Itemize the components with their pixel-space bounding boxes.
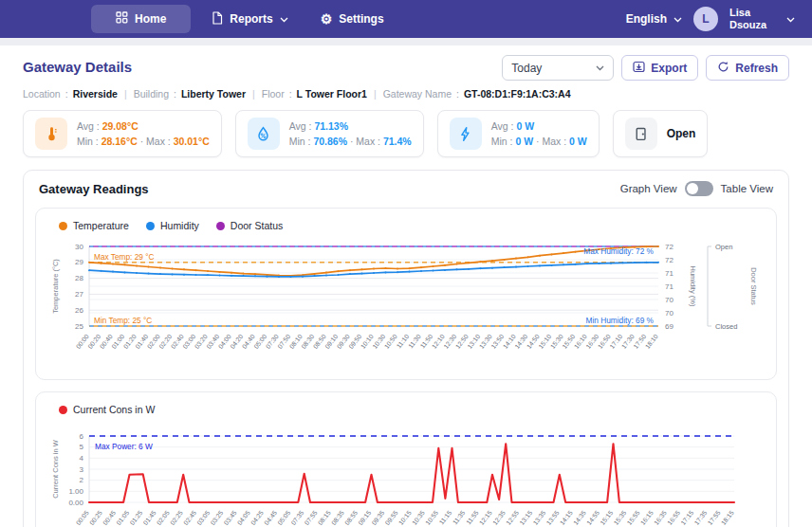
svg-text:29: 29 bbox=[75, 258, 83, 266]
svg-text:3: 3 bbox=[80, 465, 84, 474]
breadcrumb-colon: : bbox=[61, 88, 73, 100]
grid-icon bbox=[116, 11, 128, 27]
user-name: Lisa Dsouza bbox=[729, 7, 775, 31]
main-content: Gateway Details Today Export Refresh Loc… bbox=[0, 45, 812, 527]
breadcrumb-label: Gateway Name bbox=[383, 88, 452, 100]
svg-text:15:35: 15:35 bbox=[612, 509, 627, 526]
top-nav: Home Reports ⚙ Settings English L Lisa D… bbox=[0, 0, 812, 38]
view-toggle-switch[interactable] bbox=[685, 181, 713, 196]
svg-text:16:35: 16:35 bbox=[653, 509, 668, 526]
door-icon bbox=[625, 118, 657, 150]
breadcrumb-separator: | bbox=[246, 88, 262, 100]
svg-text:5: 5 bbox=[80, 443, 84, 451]
breadcrumb-label: Location bbox=[23, 88, 61, 100]
svg-text:13:15: 13:15 bbox=[518, 509, 533, 526]
svg-text:6: 6 bbox=[80, 432, 84, 441]
nav-item-settings[interactable]: ⚙ Settings bbox=[309, 6, 396, 32]
nav-item-reports[interactable]: Reports bbox=[200, 5, 299, 34]
page-title: Gateway Details bbox=[23, 55, 132, 75]
svg-text:Max Humidity: 72 %: Max Humidity: 72 % bbox=[583, 246, 654, 256]
svg-text:Open: Open bbox=[715, 243, 732, 251]
refresh-button[interactable]: Refresh bbox=[706, 55, 789, 81]
nav-home-label: Home bbox=[135, 12, 166, 26]
period-select[interactable]: Today bbox=[502, 55, 614, 81]
svg-text:04:05: 04:05 bbox=[236, 509, 251, 526]
svg-text:71: 71 bbox=[665, 282, 674, 291]
legend-item-temperature[interactable]: Temperature bbox=[59, 220, 129, 231]
svg-text:0.00: 0.00 bbox=[68, 499, 83, 507]
user-menu-chevron-icon[interactable] bbox=[786, 12, 795, 26]
chevron-down-icon bbox=[280, 12, 288, 26]
chart-legend: Current Cons in W bbox=[59, 404, 770, 415]
legend-item-current-cons-in-w[interactable]: Current Cons in W bbox=[59, 404, 155, 415]
svg-text:4: 4 bbox=[80, 454, 84, 463]
chart-legend: TemperatureHumidityDoor Status bbox=[59, 220, 770, 231]
period-select-value: Today bbox=[511, 62, 542, 75]
current-consumption-chart-card: Current Cons in W 654321.000.00Max Power… bbox=[35, 391, 777, 527]
svg-text:Humidity (%): Humidity (%) bbox=[689, 266, 697, 307]
svg-text:08:35: 08:35 bbox=[330, 509, 345, 526]
svg-text:02:45: 02:45 bbox=[182, 509, 197, 526]
gear-icon: ⚙ bbox=[321, 12, 333, 26]
breadcrumb: Location:Riverside|Building:Liberty Towe… bbox=[23, 88, 789, 100]
chevron-down-icon bbox=[674, 12, 682, 26]
svg-text:00:25: 00:25 bbox=[88, 509, 103, 526]
svg-text:28: 28 bbox=[75, 274, 83, 282]
stat-values: Avg : 0 WMin : 0 W · Max : 0 W bbox=[491, 118, 587, 150]
svg-text:04:45: 04:45 bbox=[263, 509, 278, 526]
current-consumption-chart: 654321.000.00Max Power: 6 WCurrent Cons … bbox=[46, 423, 770, 527]
breadcrumb-separator: | bbox=[367, 88, 383, 100]
breadcrumb-colon: : bbox=[452, 88, 464, 100]
graph-view-label: Graph View bbox=[620, 183, 677, 194]
breadcrumb-colon: : bbox=[169, 88, 181, 100]
svg-text:01:05: 01:05 bbox=[115, 509, 130, 526]
export-button[interactable]: Export bbox=[621, 55, 698, 81]
export-icon bbox=[633, 61, 645, 76]
svg-text:10:50: 10:50 bbox=[383, 333, 398, 350]
svg-text:01:25: 01:25 bbox=[128, 509, 143, 526]
svg-text:70: 70 bbox=[665, 296, 674, 304]
refresh-icon bbox=[717, 61, 729, 76]
breadcrumb-label: Building bbox=[134, 88, 169, 100]
svg-text:1.00: 1.00 bbox=[68, 487, 83, 496]
svg-text:Closed: Closed bbox=[715, 322, 737, 331]
svg-text:25: 25 bbox=[75, 322, 83, 331]
svg-text:03:05: 03:05 bbox=[195, 509, 211, 526]
table-view-label: Table View bbox=[721, 183, 773, 194]
svg-text:15:55: 15:55 bbox=[626, 509, 641, 526]
svg-text:13:35: 13:35 bbox=[531, 509, 546, 526]
svg-text:03:25: 03:25 bbox=[209, 509, 224, 526]
svg-text:15:15: 15:15 bbox=[599, 509, 614, 526]
refresh-label: Refresh bbox=[735, 62, 778, 75]
svg-text:08:55: 08:55 bbox=[343, 509, 359, 526]
svg-text:17:35: 17:35 bbox=[692, 509, 708, 526]
stat-cards: Avg : 29.08°CMin : 28.16°C · Max : 30.01… bbox=[23, 110, 789, 157]
thermometer-icon bbox=[35, 118, 67, 150]
readings-title: Gateway Readings bbox=[39, 182, 149, 196]
svg-text:11:15: 11:15 bbox=[438, 509, 453, 525]
svg-text:02:25: 02:25 bbox=[169, 509, 184, 526]
svg-text:Min Temp: 25 °C: Min Temp: 25 °C bbox=[94, 316, 152, 325]
user-avatar[interactable]: L bbox=[693, 7, 718, 31]
svg-text:30: 30 bbox=[75, 243, 83, 251]
svg-text:17:55: 17:55 bbox=[707, 509, 722, 526]
legend-item-door-status[interactable]: Door Status bbox=[216, 220, 283, 231]
svg-text:10:35: 10:35 bbox=[411, 509, 426, 526]
stat-values: Avg : 29.08°CMin : 28.16°C · Max : 30.01… bbox=[77, 118, 210, 150]
svg-text:26: 26 bbox=[75, 306, 83, 315]
legend-item-humidity[interactable]: Humidity bbox=[146, 220, 199, 231]
nav-settings-label: Settings bbox=[339, 12, 383, 26]
temperature-humidity-chart: 302928272625Max Temp: 29 °CMin Temp: 25 … bbox=[46, 239, 770, 377]
svg-text:09:15: 09:15 bbox=[357, 509, 372, 526]
language-select[interactable]: English bbox=[626, 12, 682, 26]
svg-text:Temperature (°C): Temperature (°C) bbox=[51, 259, 60, 314]
breadcrumb-value: GT-08:D1:F9:1A:C3:A4 bbox=[464, 88, 571, 100]
svg-text:00:05: 00:05 bbox=[75, 509, 90, 526]
nav-item-home[interactable]: Home bbox=[91, 5, 191, 33]
svg-text:09:35: 09:35 bbox=[370, 509, 385, 526]
power-icon bbox=[450, 118, 482, 150]
temperature-humidity-chart-card: TemperatureHumidityDoor Status 302928272… bbox=[35, 208, 777, 380]
svg-text:10:15: 10:15 bbox=[397, 509, 413, 526]
svg-text:18:15: 18:15 bbox=[720, 509, 735, 526]
breadcrumb-colon: : bbox=[285, 88, 297, 100]
